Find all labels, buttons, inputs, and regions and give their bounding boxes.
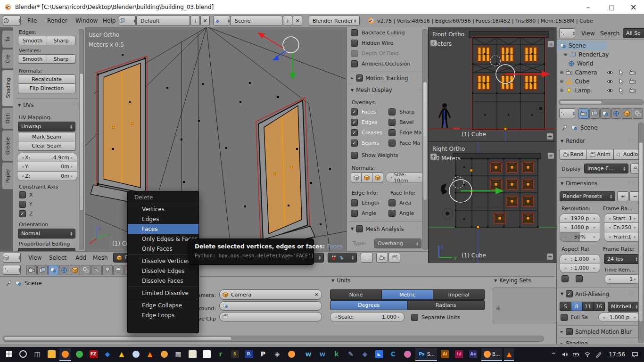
outliner-row-renderlayer[interactable]: ⊕ RenderLay (557, 50, 609, 59)
units-scale-field[interactable]: Scale:1.000 (330, 312, 405, 322)
panel-open-plus-button[interactable]: + (430, 40, 437, 47)
menu-view[interactable]: View (28, 255, 41, 261)
full-sample-row[interactable]: Full Sa (561, 314, 588, 321)
taskbar-item-dropbox[interactable]: ◆ (101, 348, 114, 361)
panel-grip[interactable]: :::: (72, 103, 79, 107)
cursor-icon[interactable] (618, 69, 625, 76)
mark-seam-button[interactable]: Mark Seam (18, 132, 75, 141)
overlay-edge-marks-row[interactable]: Edge Ma (388, 129, 421, 136)
editor-type-info-button[interactable]: ▲▼ (3, 16, 21, 25)
background-set-field[interactable] (219, 301, 322, 311)
taskbar-item-p-letter-app[interactable]: P (257, 348, 269, 361)
face-normals-button[interactable] (372, 173, 383, 182)
menu-item-vertices[interactable]: Vertices (128, 204, 198, 214)
tab-world[interactable] (59, 265, 69, 275)
keying-sets-panel-header[interactable]: ▼ Keying Sets (494, 277, 531, 284)
vertices-smooth-button[interactable]: Smooth (18, 54, 47, 64)
ambient-occlusion-row[interactable]: Ambient Occlusion (351, 60, 410, 67)
sharp-checkbox[interactable] (388, 108, 396, 115)
tab-options[interactable]: Opti (2, 107, 13, 129)
taskbar-item-firefox[interactable] (59, 348, 71, 361)
aa-samples-11[interactable]: 11 (583, 302, 594, 311)
creases-checkbox[interactable] (351, 129, 358, 136)
taskbar-item-wave-app-2[interactable]: w (316, 348, 329, 361)
clock[interactable]: 17:56 (605, 348, 629, 361)
split-normals-button[interactable] (362, 173, 372, 182)
close-button[interactable]: × (623, 1, 644, 13)
menu-window[interactable]: Window (75, 17, 98, 24)
editor-type-outliner-button[interactable]: ▲▼ (559, 28, 575, 38)
wifi-icon[interactable] (582, 348, 593, 361)
anti-aliasing-panel-header[interactable]: ▼ Anti-Aliasing (561, 290, 609, 297)
minimize-button[interactable]: – (578, 1, 599, 13)
taskbar-item-illustrator[interactable]: Ai (439, 348, 451, 361)
tab-render-layers[interactable] (37, 265, 48, 275)
units-none-button[interactable]: None (330, 289, 382, 300)
overlay-faces-row[interactable]: Faces (351, 108, 376, 115)
notification-icon[interactable] (630, 348, 640, 361)
menu-item-edge-loops[interactable]: Edge Loops (128, 310, 198, 320)
expand-icon[interactable]: ⊕ (563, 52, 567, 57)
snap-dropdown[interactable]: ▲▼ (328, 253, 357, 263)
resolution-y-field[interactable]: 1080 p (560, 223, 600, 232)
outliner-hscrollbar[interactable] (559, 99, 644, 105)
manipulator-toggle-button[interactable] (361, 253, 373, 263)
edge-angle-row[interactable]: Angle (351, 210, 376, 217)
tab-scene[interactable] (48, 265, 58, 275)
aa-samples-16[interactable]: 16 (594, 302, 605, 311)
battery-icon[interactable] (571, 348, 581, 361)
overlay-bevel-row[interactable]: Bevel (388, 119, 414, 126)
aa-samples-5[interactable]: 5 (560, 302, 571, 311)
aspect-y-field[interactable]: : 1.000 (560, 263, 600, 273)
npanel-scrollbar-thumb[interactable] (423, 82, 427, 200)
taskbar-item-vlc-running[interactable]: ▲ (504, 348, 514, 361)
panel-grip[interactable]: :::: (628, 139, 636, 143)
menu-item-only-faces[interactable]: Only Faces (128, 244, 198, 254)
scene-add-button[interactable]: + (283, 16, 292, 26)
hidden-wire-row[interactable]: Hidden Wire (351, 40, 393, 47)
editor-type-properties-button[interactable]: ▲▼ (559, 108, 575, 118)
taskbar-item-ruler-app[interactable]: ◣ (373, 348, 385, 361)
outliner-menu-search[interactable]: Search (600, 30, 619, 37)
eye-icon[interactable] (607, 78, 613, 85)
aa-filter-dropdown[interactable]: Mitchell- ▲▼ (608, 302, 641, 312)
breadcrumb-scene[interactable]: Scene (25, 280, 42, 287)
menu-item-edges[interactable]: Edges (128, 214, 198, 224)
clear-seam-button[interactable]: Clear Seam (18, 141, 75, 151)
panel-open-plus-button[interactable]: + (547, 152, 554, 159)
cursor-icon[interactable] (618, 78, 625, 85)
edges-smooth-button[interactable]: Smooth (18, 36, 47, 45)
taskbar-item-vlc[interactable]: ▲ (144, 348, 156, 361)
separate-units-checkbox[interactable] (411, 314, 418, 321)
outliner-menu-view[interactable]: View (581, 30, 594, 37)
menu-item-only-edges-faces[interactable]: Only Edges & Faces (128, 234, 198, 244)
vertices-sharp-button[interactable]: Sharp (47, 54, 75, 64)
taskbar-item-amber-lock-app[interactable] (158, 348, 170, 361)
menu-item-limited-dissolve[interactable]: Limited Dissolve (128, 288, 198, 298)
outliner-row-world[interactable]: World (557, 59, 593, 68)
taskbar-item-utorrent[interactable] (73, 348, 85, 361)
face-angle-checkbox[interactable] (388, 210, 396, 217)
dof-checkbox[interactable] (351, 50, 358, 57)
panel-open-plus-button[interactable]: + (547, 41, 554, 48)
edge-length-row[interactable]: Length (351, 199, 380, 206)
tab-object[interactable] (622, 108, 632, 119)
eye-icon[interactable] (607, 69, 613, 76)
taskbar-item-p-blue-app[interactable]: P. (243, 348, 255, 361)
tab-world[interactable] (611, 108, 621, 119)
face-area-row[interactable]: Area (388, 199, 411, 206)
scene-delete-button[interactable]: ✕ (293, 16, 302, 26)
camera-field[interactable]: Camera ✕ (219, 289, 322, 300)
motion-tracking-panel-header[interactable]: ► Motion Tracking (351, 74, 408, 82)
render-panel-header[interactable]: ▼ Render (561, 138, 585, 144)
mesh-analysis-checkbox[interactable] (356, 225, 363, 232)
taskbar-item-task-view[interactable]: ◫ (31, 348, 43, 361)
expand-icon[interactable]: ⊕ (560, 88, 563, 93)
overlay-edges-row[interactable]: Edges (351, 119, 377, 126)
tab-paper[interactable]: Paper (2, 162, 13, 189)
breadcrumb-scene[interactable]: Scene (580, 124, 598, 131)
eye-icon[interactable] (607, 87, 613, 94)
frame-step-field[interactable]: Fram:1 (604, 232, 641, 242)
edges-checkbox[interactable] (351, 119, 358, 126)
menu-mesh[interactable]: Mesh (93, 255, 108, 261)
